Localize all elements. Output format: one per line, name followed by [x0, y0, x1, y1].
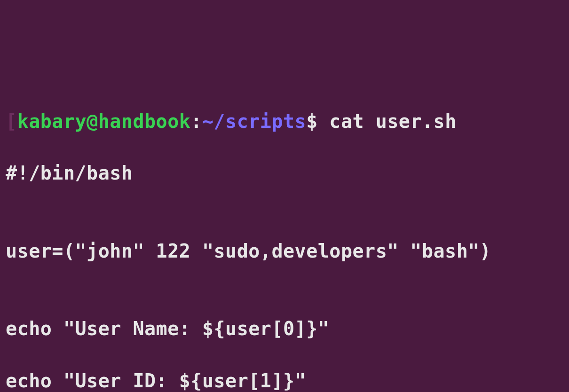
prompt-colon: : [190, 110, 202, 132]
script-line: #!/bin/bash [6, 160, 563, 186]
prompt-line-1[interactable]: [kabary@handbook:~/scripts$ cat user.sh [6, 109, 563, 134]
script-line: echo "User Name: ${user[0]}" [6, 316, 563, 342]
prompt-path: ~/scripts [202, 110, 306, 132]
script-line: echo "User ID: ${user[1]}" [6, 368, 563, 392]
script-line: user=("john" 122 "sudo,developers" "bash… [6, 238, 563, 264]
prompt-user-host: kabary@handbook [17, 110, 191, 132]
prompt-dollar: $ [306, 110, 329, 132]
command-cat: cat user.sh [329, 110, 456, 132]
prompt-bracket: [ [6, 110, 17, 132]
